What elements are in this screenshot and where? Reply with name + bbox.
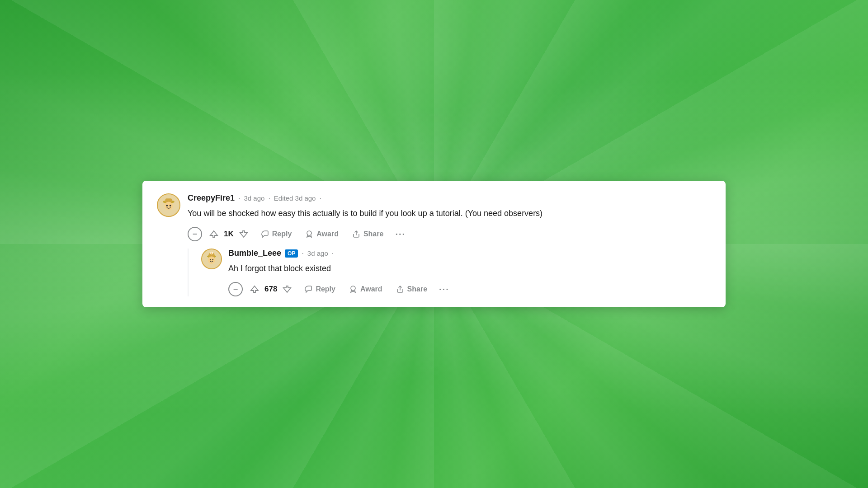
share-icon bbox=[352, 230, 360, 238]
top-downvote-button[interactable] bbox=[236, 228, 251, 240]
downvote-icon bbox=[239, 230, 248, 239]
reply-more-button[interactable]: ··· bbox=[435, 282, 453, 296]
reply-meta-dot-1: · bbox=[302, 249, 303, 258]
reply-avatar bbox=[201, 249, 222, 269]
reply-award-button[interactable]: Award bbox=[344, 282, 388, 296]
svg-point-11 bbox=[211, 253, 212, 254]
top-collapse-button[interactable]: − bbox=[188, 227, 202, 241]
reply-downvote-button[interactable] bbox=[280, 283, 294, 296]
reply-downvote-icon bbox=[283, 285, 292, 294]
reply-icon bbox=[261, 230, 269, 238]
award-icon bbox=[305, 230, 313, 238]
top-award-button[interactable]: Award bbox=[300, 227, 344, 241]
svg-point-4 bbox=[166, 205, 168, 206]
top-comment-edited: Edited 3d ago bbox=[274, 194, 316, 202]
meta-dot-1: · bbox=[238, 194, 240, 202]
comment-card: CreepyFire1 · 3d ago · Edited 3d ago · Y… bbox=[142, 181, 726, 307]
top-comment-text: You will be shocked how easy this actual… bbox=[188, 207, 711, 220]
top-vote-group: 1K bbox=[207, 228, 251, 240]
reply-username[interactable]: Bumble_Leee bbox=[228, 249, 281, 258]
top-comment-action-bar: − 1K bbox=[188, 227, 711, 241]
reply-vote-group: 678 bbox=[247, 283, 294, 296]
top-comment-body: CreepyFire1 · 3d ago · Edited 3d ago · Y… bbox=[188, 193, 711, 296]
reply-comment-action-bar: − 678 bbox=[228, 282, 711, 296]
top-upvote-button[interactable] bbox=[207, 228, 221, 240]
reply-vote-count: 678 bbox=[264, 285, 277, 294]
reply-comment-text: Ah I forgot that block existed bbox=[228, 263, 711, 275]
reply-upvote-button[interactable] bbox=[247, 283, 262, 296]
upvote-icon bbox=[209, 230, 218, 239]
svg-point-3 bbox=[165, 202, 173, 210]
op-badge: OP bbox=[285, 249, 298, 258]
top-comment-username[interactable]: CreepyFire1 bbox=[188, 193, 235, 203]
svg-point-5 bbox=[170, 205, 171, 206]
reply-comment-body: Bumble_Leee OP · 3d ago · Ah I forgot th… bbox=[228, 249, 711, 296]
reply-meta-dot-2: · bbox=[332, 249, 334, 258]
reply-upvote-icon bbox=[250, 285, 259, 294]
reply-comment-meta: Bumble_Leee OP · 3d ago · bbox=[228, 249, 711, 258]
reply-reply-icon bbox=[304, 285, 312, 293]
top-more-button[interactable]: ··· bbox=[392, 227, 409, 241]
top-comment: CreepyFire1 · 3d ago · Edited 3d ago · Y… bbox=[157, 193, 711, 296]
top-reply-button[interactable]: Reply bbox=[255, 227, 297, 241]
svg-point-6 bbox=[307, 231, 311, 235]
reply-share-icon bbox=[396, 285, 404, 293]
top-comment-time: 3d ago bbox=[244, 194, 265, 202]
svg-point-12 bbox=[208, 257, 215, 264]
meta-dot-2: · bbox=[268, 194, 270, 202]
meta-dot-3: · bbox=[319, 194, 321, 202]
reply-comment-time: 3d ago bbox=[307, 249, 328, 257]
svg-point-14 bbox=[212, 259, 213, 260]
top-comment-meta: CreepyFire1 · 3d ago · Edited 3d ago · bbox=[188, 193, 711, 203]
reply-reply-button[interactable]: Reply bbox=[299, 282, 341, 296]
reply-section: Bumble_Leee OP · 3d ago · Ah I forgot th… bbox=[188, 249, 711, 296]
top-vote-count: 1K bbox=[224, 230, 234, 239]
reply-award-icon bbox=[349, 285, 357, 293]
reply-collapse-button[interactable]: − bbox=[228, 282, 243, 296]
reply-comment: Bumble_Leee OP · 3d ago · Ah I forgot th… bbox=[201, 249, 711, 296]
top-share-button[interactable]: Share bbox=[347, 227, 389, 241]
svg-point-15 bbox=[351, 286, 355, 291]
avatar bbox=[157, 193, 180, 217]
svg-point-13 bbox=[210, 259, 211, 260]
reply-share-button[interactable]: Share bbox=[391, 282, 433, 296]
